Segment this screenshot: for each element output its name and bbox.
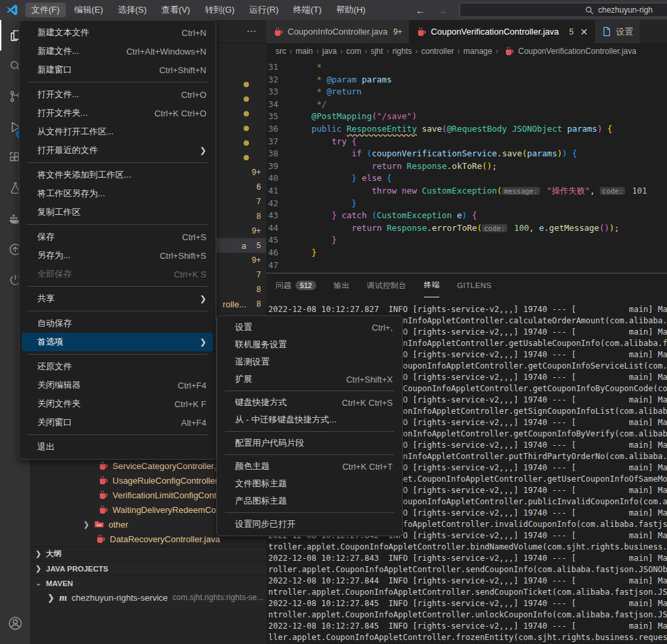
breadcrumb-part[interactable]: sjht: [371, 47, 383, 56]
file-menu-item-7[interactable]: 打开最近的文件❯: [19, 141, 216, 160]
token: throw: [371, 186, 397, 196]
nav-back-button[interactable]: ←: [415, 5, 425, 16]
vscode-window: 文件(F)编辑(E)选择(S)查看(V)转到(G)运行(R)终端(T)帮助(H)…: [0, 0, 667, 644]
breadcrumb-part[interactable]: com: [346, 47, 361, 56]
preferences-submenu-item-11[interactable]: 文件图标主题: [217, 475, 402, 492]
tab-modified-badge: 5: [563, 27, 574, 37]
breadcrumb[interactable]: src›main›java›com›sjht›rights›controller…: [266, 43, 667, 59]
section-maven[interactable]: ⌄MAVEN: [30, 575, 266, 590]
breadcrumb-file[interactable]: CouponVerificationController.java: [518, 47, 636, 56]
chevron-right-icon: ›: [385, 47, 390, 56]
file-menu-item-5[interactable]: 打开文件夹...Ctrl+K Ctrl+O: [19, 104, 216, 122]
panel-tab-调试控制台[interactable]: 调试控制台: [367, 273, 407, 297]
editor-tab-设置[interactable]: 设置: [595, 20, 640, 43]
file-menu-item-14[interactable]: 另存为...Ctrl+Shift+S: [19, 246, 216, 265]
chevron-icon: ⌄: [35, 579, 42, 587]
menu-item-label: 保存: [37, 231, 162, 243]
file-menu-item-22[interactable]: 还原文件: [19, 357, 216, 376]
menu-item-shortcut: Ctrl+O: [181, 90, 206, 100]
activitybar-item-account[interactable]: [0, 608, 30, 639]
file-menu-item-10[interactable]: 将工作区另存为...: [19, 184, 216, 203]
token: .: [427, 223, 432, 233]
panel-tab-GITLENS[interactable]: GITLENS: [457, 273, 491, 297]
tab-label: CouponInfoController.java: [288, 27, 387, 37]
section-java-projects[interactable]: ❯JAVA PROJECTS: [30, 561, 266, 575]
breadcrumb-part[interactable]: controller: [421, 47, 454, 56]
token: "/save": [377, 111, 412, 121]
file-menu-item-13[interactable]: 保存Ctrl+S: [19, 228, 216, 246]
preferences-submenu-item-0[interactable]: 设置Ctrl+,: [217, 319, 402, 336]
editor-tab-CouponInfoController.java[interactable]: CouponInfoController.java9+: [266, 20, 409, 43]
menu-title-4[interactable]: 查看(V): [155, 3, 196, 17]
menu-title-3[interactable]: 选择(S): [112, 3, 152, 17]
panel-tab-输出[interactable]: 输出: [334, 273, 349, 297]
file-menu-item-4[interactable]: 打开文件...Ctrl+O: [19, 85, 216, 104]
breadcrumb-part[interactable]: manage: [463, 47, 492, 56]
code-editor[interactable]: 31 *32 * @param params33 * @return34 */3…: [266, 61, 667, 293]
chevron-right-icon: ❯: [200, 146, 206, 155]
settings-file-icon: [602, 27, 612, 37]
code-text: }: [292, 247, 317, 259]
problems-count-badge: 512: [296, 281, 317, 290]
preferences-submenu-item-6[interactable]: 从 - 中迁移键盘快捷方式...: [217, 411, 402, 428]
terminal-log-line: roller.applet.CouponInfoAppletController…: [268, 564, 667, 575]
code-text: return Response.errorToRe(code: 100, e.g…: [292, 222, 619, 235]
preferences-submenu-item-5[interactable]: 键盘快捷方式Ctrl+K Ctrl+S: [217, 394, 402, 411]
editor-tab-CouponVerificationController.java[interactable]: CouponVerificationController.java5✕: [409, 20, 595, 43]
file-menu-item-6[interactable]: 从文件打开工作区...: [19, 122, 216, 141]
file-menu-item-0[interactable]: 新建文本文件Ctrl+N: [19, 23, 216, 42]
preferences-submenu-item-8[interactable]: 配置用户代码片段: [217, 434, 402, 452]
panel-tab-label: 调试控制台: [367, 281, 407, 291]
file-menu-item-23[interactable]: 关闭编辑器Ctrl+F4: [19, 376, 216, 395]
sidebar-sections: ❯大纲❯JAVA PROJECTS⌄MAVEN❯mchezhuyun-right…: [30, 546, 266, 605]
menu-title-2[interactable]: 编辑(E): [69, 3, 109, 17]
token: (: [599, 223, 604, 233]
preferences-submenu-item-1[interactable]: 联机服务设置: [217, 336, 402, 353]
file-menu-item-24[interactable]: 关闭文件夹Ctrl+K F: [19, 395, 216, 413]
menu-title-7[interactable]: 终端(T): [287, 3, 328, 17]
code-text: }: [292, 234, 337, 247]
section-outline[interactable]: ❯大纲: [30, 546, 266, 561]
token: }: [332, 235, 337, 245]
token: @RequestBody: [447, 124, 507, 134]
panel-tab-终端[interactable]: 终端: [424, 273, 440, 297]
maven-project-id: com.sjht.rights:rights-se...: [172, 593, 264, 602]
breadcrumb-part[interactable]: rights: [392, 47, 411, 56]
token: params: [567, 124, 597, 134]
file-menu-item-20[interactable]: 首选项❯: [22, 333, 213, 351]
command-center-search[interactable]: chezhuyun-righ: [459, 3, 667, 17]
file-menu-item-27[interactable]: 退出: [19, 438, 216, 456]
maven-project-item[interactable]: ❯mchezhuyun-rights-servicecom.sjht.right…: [30, 590, 266, 605]
preferences-submenu-item-10[interactable]: 颜色主题Ctrl+K Ctrl+T: [217, 458, 402, 475]
problems-badge: 7: [250, 270, 261, 279]
file-menu-item-17[interactable]: 共享❯: [19, 289, 216, 308]
token: 100: [514, 223, 529, 233]
breadcrumb-part[interactable]: java: [322, 47, 337, 56]
nav-forward-button[interactable]: →: [437, 5, 447, 16]
file-menu-item-25[interactable]: 关闭窗口Alt+F4: [19, 413, 216, 432]
breadcrumb-part[interactable]: src: [276, 47, 286, 56]
panel-tab-问题[interactable]: 问题512: [276, 273, 316, 297]
preferences-submenu-item-2[interactable]: 遥测设置: [217, 353, 402, 371]
preferences-submenu-item-3[interactable]: 扩展Ctrl+Shift+X: [217, 371, 402, 388]
file-menu-item-9[interactable]: 将文件夹添加到工作区...: [19, 166, 216, 184]
file-menu-item-1[interactable]: 新建文件...Ctrl+Alt+Windows+N: [19, 42, 216, 61]
token: errorToRe: [432, 223, 477, 233]
menu-title-6[interactable]: 运行(R): [243, 3, 284, 17]
file-name: DataRecoveryController.java: [110, 534, 220, 544]
preferences-submenu-item-12[interactable]: 产品图标主题: [217, 492, 402, 510]
preferences-submenu-item-14[interactable]: 设置同步已打开: [217, 516, 402, 533]
menu-title-5[interactable]: 转到(G): [199, 3, 241, 17]
file-menu-item-2[interactable]: 新建窗口Ctrl+Shift+N: [19, 61, 216, 79]
file-menu-item-15[interactable]: 全部保存Ctrl+K S: [19, 265, 216, 283]
close-icon[interactable]: ✕: [580, 27, 588, 37]
breadcrumb-part[interactable]: main: [296, 47, 313, 56]
menu-item-label: 遥测设置: [235, 356, 393, 368]
file-menu-item-11[interactable]: 复制工作区: [19, 203, 216, 222]
token: save: [502, 148, 522, 158]
file-menu-item-19[interactable]: 自动保存: [19, 314, 216, 333]
menu-title-8[interactable]: 帮助(H): [330, 3, 371, 17]
menu-title-1[interactable]: 文件(F): [25, 3, 66, 17]
more-actions-icon[interactable]: ⋯: [246, 25, 257, 37]
line-number: 45: [266, 234, 292, 247]
